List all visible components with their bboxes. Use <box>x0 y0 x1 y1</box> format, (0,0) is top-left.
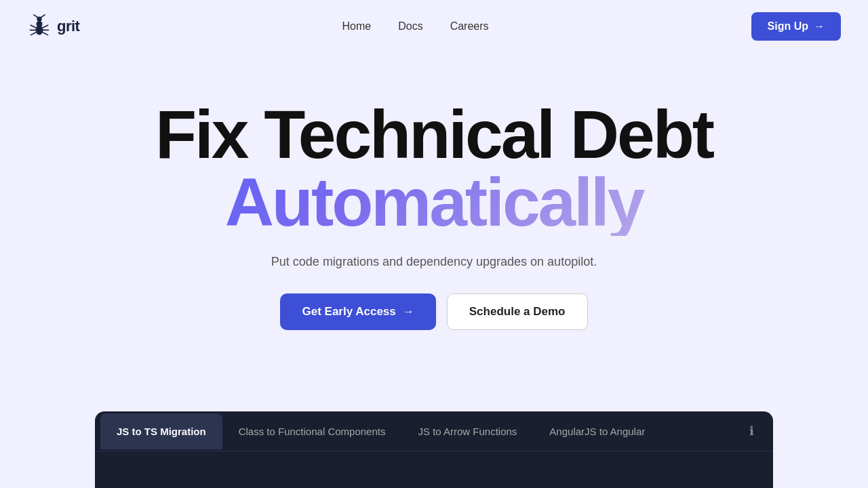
hero-title-line1: Fix Technical Debt <box>27 100 841 168</box>
svg-line-10 <box>41 15 45 18</box>
logo-icon <box>27 14 52 39</box>
nav-item-docs[interactable]: Docs <box>398 20 422 33</box>
hero-section: Fix Technical Debt Automatically Put cod… <box>0 53 868 371</box>
tab-js-to-ts[interactable]: JS to TS Migration <box>100 413 222 449</box>
hero-title-line2: Automatically <box>27 168 841 236</box>
hero-title: Fix Technical Debt Automatically <box>27 100 841 236</box>
navbar: grit Home Docs Careers Sign Up → <box>0 0 868 53</box>
svg-line-6 <box>43 25 47 28</box>
hero-actions: Get Early Access → Schedule a Demo <box>27 293 841 330</box>
svg-line-5 <box>31 33 35 35</box>
tab-js-arrow-functions[interactable]: JS to Arrow Functions <box>401 413 533 449</box>
tab-class-to-functional[interactable]: Class to Functional Components <box>222 413 402 449</box>
tabs-bar: JS to TS Migration Class to Functional C… <box>95 411 773 451</box>
logo-text: grit <box>57 18 79 35</box>
nav-links: Home Docs Careers <box>342 20 488 33</box>
tabs-content <box>95 451 773 488</box>
early-access-button[interactable]: Get Early Access → <box>280 293 435 330</box>
schedule-demo-button[interactable]: Schedule a Demo <box>447 293 588 330</box>
tabs-info-icon[interactable]: ℹ <box>736 411 768 451</box>
svg-line-9 <box>34 15 37 18</box>
nav-item-home[interactable]: Home <box>342 20 371 33</box>
tabs-section: JS to TS Migration Class to Functional C… <box>95 411 773 488</box>
logo[interactable]: grit <box>27 14 79 39</box>
svg-point-1 <box>37 21 43 27</box>
svg-line-8 <box>43 33 47 35</box>
tab-angularjs-angular[interactable]: AngularJS to Angular <box>533 413 661 449</box>
hero-subtitle: Put code migrations and dependency upgra… <box>27 255 841 269</box>
nav-item-careers[interactable]: Careers <box>450 20 489 33</box>
signup-button[interactable]: Sign Up → <box>751 12 841 41</box>
svg-line-3 <box>31 25 35 28</box>
